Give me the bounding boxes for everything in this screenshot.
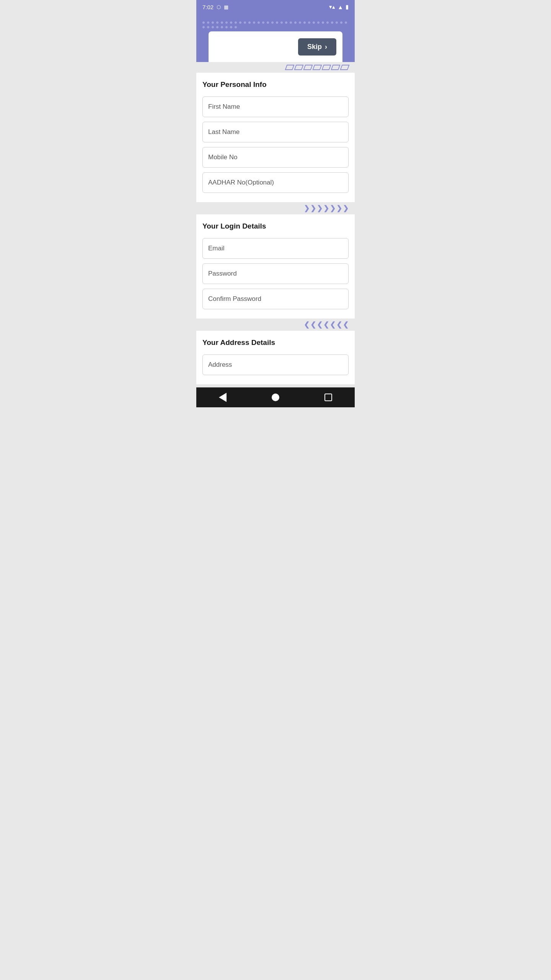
address-details-section: Your Address Details xyxy=(196,331,355,384)
personal-info-title: Your Personal Info xyxy=(202,80,349,89)
battery-icon: ▮ xyxy=(346,3,349,10)
login-details-title: Your Login Details xyxy=(202,222,349,230)
time-display: 7:02 xyxy=(202,4,214,10)
chevron-left-icon-3: ❮ xyxy=(317,320,323,329)
personal-info-section: Your Personal Info xyxy=(196,73,355,202)
bottom-nav-bar xyxy=(196,387,355,407)
chevron-icon-4: ❯ xyxy=(323,204,329,212)
aadhar-no-input[interactable] xyxy=(202,172,349,193)
password-input[interactable] xyxy=(202,263,349,284)
sim-icon: ▦ xyxy=(224,4,228,10)
skip-label: Skip xyxy=(307,43,322,51)
chevron-left-icon-6: ❮ xyxy=(336,320,342,329)
chevron-left-icon-2: ❮ xyxy=(310,320,316,329)
skip-card: Skip › xyxy=(209,31,342,62)
chevron-left-icon-5: ❮ xyxy=(330,320,336,329)
diagonal-lines xyxy=(286,65,349,70)
dots-pattern xyxy=(202,18,349,31)
status-bar: 7:02 ⬡ ▦ ▾▴ ▲ ▮ xyxy=(196,0,355,14)
chevron-left-icon-1: ❮ xyxy=(304,320,310,329)
chevron-icon-6: ❯ xyxy=(336,204,342,212)
bottom-gap xyxy=(196,384,355,387)
last-name-input[interactable] xyxy=(202,122,349,142)
diagonal-divider-1 xyxy=(196,62,355,73)
status-bar-right: ▾▴ ▲ ▮ xyxy=(329,3,349,10)
signal-icon: ▲ xyxy=(337,4,343,10)
confirm-password-input[interactable] xyxy=(202,289,349,309)
chevron-divider-1: ❯ ❯ ❯ ❯ ❯ ❯ ❯ xyxy=(196,202,355,214)
chevron-icon-5: ❯ xyxy=(330,204,336,212)
login-details-section: Your Login Details xyxy=(196,214,355,318)
wifi-icon: ▾▴ xyxy=(329,3,335,10)
chevron-icon-1: ❯ xyxy=(304,204,310,212)
recents-nav-button[interactable] xyxy=(324,394,332,401)
address-details-title: Your Address Details xyxy=(202,338,349,347)
chevron-icon-7: ❯ xyxy=(343,204,349,212)
header-background: Skip › xyxy=(196,14,355,62)
status-bar-left: 7:02 ⬡ ▦ xyxy=(202,4,228,10)
first-name-input[interactable] xyxy=(202,96,349,117)
pocket-icon: ⬡ xyxy=(217,4,221,10)
chevron-right-icon: › xyxy=(325,43,327,51)
chevron-left-icon-7: ❮ xyxy=(343,320,349,329)
chevron-divider-2: ❮ ❮ ❮ ❮ ❮ ❮ ❮ xyxy=(196,318,355,331)
back-nav-button[interactable] xyxy=(219,393,227,402)
scroll-content[interactable]: Your Personal Info ❯ ❯ ❯ ❯ ❯ ❯ ❯ Your Lo… xyxy=(196,73,355,387)
address-input[interactable] xyxy=(202,354,349,375)
home-nav-button[interactable] xyxy=(272,394,279,401)
chevron-icon-2: ❯ xyxy=(310,204,316,212)
mobile-no-input[interactable] xyxy=(202,147,349,168)
email-input[interactable] xyxy=(202,238,349,259)
chevron-left-icon-4: ❮ xyxy=(323,320,329,329)
skip-button[interactable]: Skip › xyxy=(298,38,336,56)
chevron-icon-3: ❯ xyxy=(317,204,323,212)
